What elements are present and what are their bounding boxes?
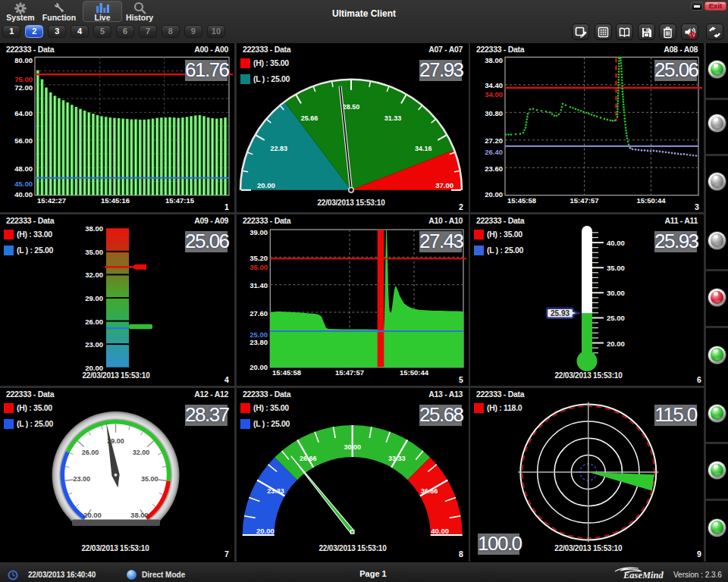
- svg-text:40.00: 40.00: [14, 190, 33, 199]
- svg-text:31.40: 31.40: [249, 281, 268, 289]
- svg-text:34.16: 34.16: [415, 145, 432, 152]
- svg-text:23.80: 23.80: [249, 338, 268, 346]
- svg-text:27.20: 27.20: [485, 136, 503, 145]
- svg-text:38.00: 38.00: [485, 56, 503, 64]
- svg-text:20.00: 20.00: [607, 340, 625, 348]
- svg-text:23.00: 23.00: [85, 340, 103, 349]
- svg-text:15:45:16: 15:45:16: [101, 196, 130, 205]
- svg-text:15:50:44: 15:50:44: [636, 196, 666, 205]
- svg-text:20.00: 20.00: [256, 527, 275, 535]
- svg-text:36.66: 36.66: [421, 487, 438, 495]
- svg-text:EaseMind: EaseMind: [623, 570, 664, 580]
- svg-text:15:45:58: 15:45:58: [507, 196, 536, 205]
- svg-text:27.60: 27.60: [249, 309, 268, 318]
- svg-text:15:47:57: 15:47:57: [570, 196, 598, 205]
- svg-text:26.00: 26.00: [82, 449, 99, 456]
- svg-text:29.00: 29.00: [85, 294, 103, 302]
- svg-text:26.40: 26.40: [485, 148, 503, 156]
- svg-text:15:45:58: 15:45:58: [272, 368, 301, 377]
- svg-text:32.00: 32.00: [85, 271, 103, 279]
- svg-text:15:47:57: 15:47:57: [335, 368, 364, 377]
- svg-text:28.50: 28.50: [343, 103, 360, 111]
- svg-text:34.40: 34.40: [485, 81, 503, 89]
- svg-text:20.00: 20.00: [485, 190, 503, 199]
- svg-text:35.20: 35.20: [249, 254, 268, 262]
- svg-text:26.66: 26.66: [300, 455, 317, 462]
- svg-text:32.00: 32.00: [133, 449, 150, 456]
- svg-text:40.00: 40.00: [607, 239, 625, 247]
- svg-text:35.00: 35.00: [85, 248, 103, 256]
- svg-text:80.00: 80.00: [14, 56, 33, 64]
- svg-text:37.00: 37.00: [435, 181, 453, 189]
- svg-text:72.00: 72.00: [14, 83, 33, 92]
- svg-text:35.00: 35.00: [607, 264, 625, 272]
- svg-text:34.00: 34.00: [485, 90, 503, 99]
- svg-text:20.00: 20.00: [249, 363, 268, 371]
- svg-text:20.00: 20.00: [83, 511, 102, 519]
- svg-text:23.33: 23.33: [267, 487, 284, 495]
- svg-text:30.00: 30.00: [607, 289, 625, 297]
- svg-text:35.00: 35.00: [141, 475, 158, 483]
- svg-text:33.33: 33.33: [388, 455, 406, 462]
- svg-text:23.00: 23.00: [74, 475, 91, 483]
- svg-text:40.00: 40.00: [431, 527, 449, 535]
- svg-text:30.00: 30.00: [344, 443, 361, 451]
- svg-text:25.93: 25.93: [551, 309, 570, 318]
- svg-text:35.00: 35.00: [249, 263, 268, 271]
- svg-text:56.00: 56.00: [14, 136, 33, 145]
- svg-text:75.00: 75.00: [14, 75, 33, 83]
- svg-text:31.33: 31.33: [384, 114, 402, 122]
- svg-text:30.80: 30.80: [485, 109, 503, 117]
- svg-text:23.60: 23.60: [485, 164, 503, 173]
- svg-text:22.83: 22.83: [270, 145, 287, 152]
- svg-text:26.00: 26.00: [85, 318, 103, 326]
- svg-text:48.00: 48.00: [14, 164, 33, 173]
- svg-text:25.00: 25.00: [607, 314, 625, 322]
- svg-text:38.00: 38.00: [130, 511, 149, 519]
- svg-text:38.00: 38.00: [85, 224, 103, 233]
- svg-text:20.00: 20.00: [257, 181, 275, 189]
- svg-text:15:50:44: 15:50:44: [400, 368, 429, 377]
- svg-text:39.00: 39.00: [249, 228, 268, 236]
- svg-text:45.00: 45.00: [14, 180, 33, 188]
- svg-text:15:47:15: 15:47:15: [165, 196, 195, 205]
- svg-text:15:42:27: 15:42:27: [37, 196, 66, 205]
- svg-text:64.00: 64.00: [14, 109, 33, 117]
- svg-text:25.66: 25.66: [301, 114, 318, 122]
